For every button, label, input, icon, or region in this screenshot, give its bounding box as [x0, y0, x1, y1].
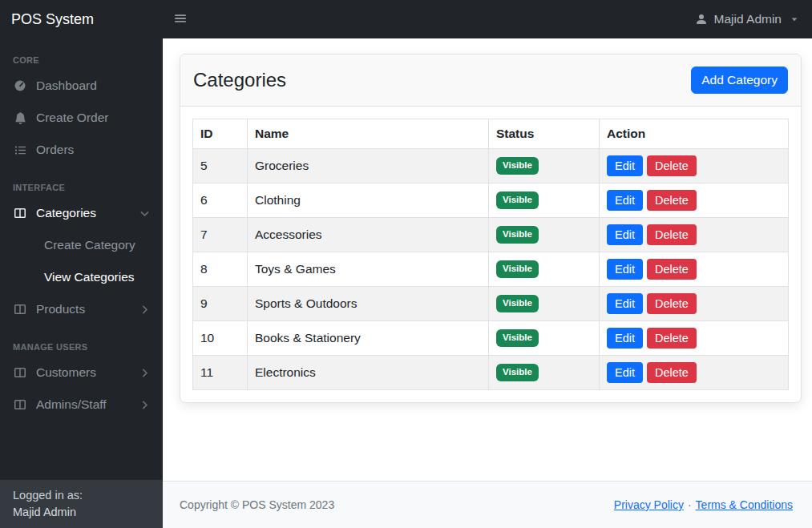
table-row: 10Books & StationeryVisibleEditDelete [193, 321, 789, 356]
sidebar-item-categories[interactable]: Categories [0, 197, 163, 229]
user-dropdown[interactable]: Majid Admin [695, 12, 799, 26]
delete-button[interactable]: Delete [647, 224, 697, 245]
cell-status: Visible [489, 321, 600, 356]
edit-button[interactable]: Edit [607, 293, 643, 314]
delete-button[interactable]: Delete [647, 190, 697, 211]
sidebar-heading-core: CORE [0, 38, 163, 70]
table-row: 6ClothingVisibleEditDelete [193, 183, 789, 218]
status-badge: Visible [496, 260, 539, 278]
edit-button[interactable]: Edit [607, 190, 643, 211]
cell-id: 11 [193, 356, 248, 390]
sidebar-item-view-categories[interactable]: View Categories [0, 261, 163, 293]
sidebar-item-products[interactable]: Products [0, 293, 163, 325]
delete-button[interactable]: Delete [647, 362, 697, 383]
sidebar-item-create-order[interactable]: Create Order [0, 102, 163, 134]
sidebar-heading-manage-users: MANAGE USERS [0, 325, 163, 357]
cell-status: Visible [489, 218, 600, 252]
cell-name: Accessories [248, 218, 489, 252]
cell-name: Electronics [248, 356, 489, 390]
main-content: Categories Add Category ID Name Status A… [163, 38, 812, 481]
cell-action: EditDelete [600, 183, 789, 218]
cell-status: Visible [489, 287, 600, 321]
status-badge: Visible [496, 364, 539, 381]
add-category-button[interactable]: Add Category [691, 67, 788, 94]
logged-in-user: Majid Admin [13, 504, 150, 521]
cell-action: EditDelete [600, 149, 789, 183]
sidebar-item-orders[interactable]: Orders [0, 134, 163, 166]
cell-id: 10 [193, 321, 248, 356]
cell-status: Visible [489, 252, 600, 287]
cell-status: Visible [489, 356, 600, 390]
delete-button[interactable]: Delete [647, 155, 697, 176]
footer-links: Privacy Policy·Terms & Conditions [614, 498, 793, 511]
columns-icon [13, 207, 27, 220]
cell-id: 9 [193, 287, 248, 321]
sidebar-item-label: Dashboard [36, 79, 97, 93]
table-header-row: ID Name Status Action [193, 119, 789, 149]
privacy-policy-link[interactable]: Privacy Policy [614, 498, 684, 511]
cell-status: Visible [489, 183, 600, 218]
sidebar-item-customers[interactable]: Customers [0, 357, 163, 389]
sidebar-item-create-category[interactable]: Create Category [0, 229, 163, 261]
cell-name: Sports & Outdoors [248, 287, 489, 321]
cell-name: Clothing [248, 183, 489, 218]
columns-icon [13, 398, 27, 411]
sidebar-item-dashboard[interactable]: Dashboard [0, 70, 163, 102]
sidebar-item-label: Products [36, 302, 85, 316]
categories-table-body: 5GroceriesVisibleEditDelete6ClothingVisi… [193, 149, 789, 390]
card-header: Categories Add Category [180, 54, 801, 107]
table-row: 9Sports & OutdoorsVisibleEditDelete [193, 287, 789, 321]
sidebar-heading-interface: INTERFACE [0, 166, 163, 197]
status-badge: Visible [496, 191, 539, 209]
delete-button[interactable]: Delete [647, 293, 697, 314]
chevron-right-icon [139, 400, 150, 410]
sidebar-toggle-button[interactable] [168, 9, 193, 30]
topbar: POS System Majid Admin [0, 0, 812, 38]
terms-conditions-link[interactable]: Terms & Conditions [696, 498, 793, 511]
page-title: Categories [193, 69, 286, 91]
edit-button[interactable]: Edit [607, 328, 643, 349]
sidebar-item-label: Customers [36, 365, 96, 380]
cell-action: EditDelete [600, 287, 789, 321]
app-title: POS System [0, 11, 163, 28]
column-header-action: Action [600, 119, 789, 149]
cell-name: Books & Stationery [248, 321, 489, 356]
bell-icon [13, 112, 27, 124]
sidebar-item-admins-staff[interactable]: Admins/Staff [0, 389, 163, 421]
status-badge: Visible [496, 226, 539, 244]
logged-in-as-label: Logged in as: [13, 487, 150, 504]
column-header-status: Status [489, 119, 600, 149]
edit-button[interactable]: Edit [607, 155, 643, 176]
delete-button[interactable]: Delete [647, 259, 697, 280]
caret-down-icon [790, 14, 799, 24]
link-separator: · [688, 498, 692, 511]
column-header-name: Name [248, 119, 489, 149]
cell-id: 6 [193, 183, 248, 218]
page-footer: Copyright © POS System 2023 Privacy Poli… [163, 481, 812, 528]
cell-action: EditDelete [600, 356, 789, 390]
status-badge: Visible [496, 295, 539, 312]
columns-icon [13, 366, 27, 379]
categories-table: ID Name Status Action 5GroceriesVisibleE… [192, 119, 789, 390]
chevron-right-icon [139, 368, 150, 378]
sidebar-item-label: Create Order [36, 111, 108, 125]
hamburger-icon [174, 12, 187, 27]
cell-action: EditDelete [600, 218, 789, 252]
table-row: 8Toys & GamesVisibleEditDelete [193, 252, 789, 287]
sidebar-item-label: Admins/Staff [36, 397, 107, 412]
edit-button[interactable]: Edit [607, 362, 643, 383]
cell-name: Toys & Games [248, 252, 489, 287]
categories-card: Categories Add Category ID Name Status A… [180, 54, 802, 403]
column-header-id: ID [193, 119, 248, 149]
sidebar-item-label: Categories [36, 206, 96, 220]
chevron-down-icon [139, 208, 150, 219]
delete-button[interactable]: Delete [647, 328, 697, 349]
table-row: 7AccessoriesVisibleEditDelete [193, 218, 789, 252]
cell-action: EditDelete [600, 252, 789, 287]
tachometer-icon [13, 79, 27, 92]
edit-button[interactable]: Edit [607, 224, 643, 245]
columns-icon [13, 303, 27, 316]
edit-button[interactable]: Edit [607, 259, 643, 280]
cell-action: EditDelete [600, 321, 789, 356]
cell-name: Groceries [248, 149, 489, 183]
